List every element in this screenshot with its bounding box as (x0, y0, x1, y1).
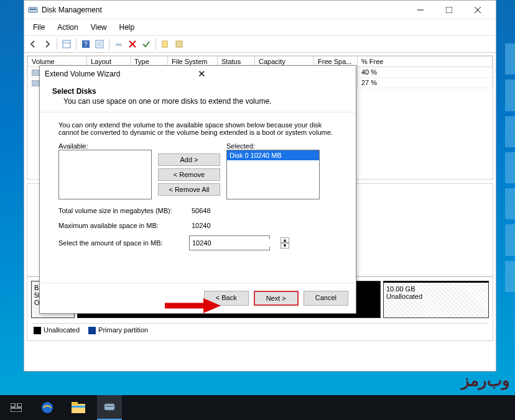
wizard-body: You can only extend the volume to the av… (40, 112, 356, 283)
delete-icon[interactable] (127, 39, 138, 50)
svg-rect-17 (32, 70, 39, 76)
cancel-button[interactable]: Cancel (304, 291, 348, 306)
extend-volume-wizard: Extend Volume Wizard ✕ Select Disks You … (39, 65, 356, 314)
svg-rect-26 (72, 402, 78, 405)
new-icon[interactable] (160, 39, 171, 50)
annotation-arrow (165, 298, 221, 311)
unallocated-partition[interactable]: 10.00 GB Unallocated (383, 281, 489, 318)
svg-rect-27 (72, 406, 85, 408)
svg-text:?: ? (84, 41, 88, 48)
menu-help[interactable]: Help (114, 22, 140, 33)
details-icon[interactable] (61, 39, 72, 50)
max-value: 10240 (189, 221, 270, 231)
wizard-header: Select Disks You can use space on one or… (40, 82, 356, 112)
svg-rect-1 (30, 9, 36, 10)
available-listbox[interactable] (58, 150, 152, 199)
wizard-titlebar: Extend Volume Wizard ✕ (40, 66, 356, 82)
spin-down-icon[interactable]: ▼ (281, 243, 289, 249)
props-icon[interactable] (174, 39, 185, 50)
svg-rect-11 (97, 42, 102, 47)
toolbar: ? (24, 36, 496, 53)
svg-rect-23 (11, 408, 22, 412)
selected-listbox[interactable]: Disk 0 10240 MB (226, 150, 320, 199)
amount-label: Select the amount of space in MB: (58, 239, 189, 247)
menu-file[interactable]: File (28, 22, 50, 33)
selected-item[interactable]: Disk 0 10240 MB (227, 150, 319, 160)
amount-input[interactable] (192, 239, 278, 247)
svg-rect-21 (11, 403, 15, 407)
svg-rect-18 (32, 80, 39, 86)
remove-all-button[interactable]: < Remove All (158, 183, 220, 196)
svg-rect-22 (17, 403, 22, 407)
menubar: File Action View Help (24, 19, 496, 36)
max-label: Maximum available space in MB: (58, 222, 189, 229)
close-button[interactable] (463, 1, 492, 19)
available-label: Available: (58, 142, 152, 150)
refresh-icon[interactable] (94, 39, 105, 50)
app-icon (28, 5, 38, 15)
window-title: Disk Management (42, 6, 406, 14)
svg-rect-12 (116, 43, 122, 46)
action-icon[interactable] (113, 39, 124, 50)
svg-marker-20 (203, 298, 221, 313)
back-icon[interactable] (28, 39, 39, 50)
svg-rect-16 (176, 41, 182, 47)
minimize-button[interactable] (406, 1, 435, 19)
watermark: وب‌رمز (462, 371, 510, 390)
svg-rect-3 (446, 7, 452, 13)
diskmgmt-taskbar-icon[interactable] (97, 395, 122, 420)
menu-action[interactable]: Action (52, 22, 83, 33)
menu-view[interactable]: View (86, 22, 112, 33)
total-value: 50648 (189, 206, 270, 216)
maximize-button[interactable] (435, 1, 463, 19)
ie-icon[interactable] (35, 395, 60, 420)
amount-spinner[interactable]: ▲ ▼ (189, 235, 270, 250)
add-button[interactable]: Add > (158, 153, 220, 166)
wizard-title: Extend Volume Wizard (45, 70, 194, 78)
remove-button[interactable]: < Remove (158, 168, 220, 181)
svg-rect-6 (63, 40, 70, 48)
svg-point-24 (42, 402, 53, 413)
svg-rect-29 (106, 406, 113, 407)
spin-up-icon[interactable]: ▲ (281, 237, 289, 243)
task-view-icon[interactable] (4, 395, 29, 420)
next-button[interactable]: Next > (254, 291, 299, 306)
explorer-icon[interactable] (66, 395, 91, 420)
check-icon[interactable] (141, 39, 152, 50)
legend: Unallocated Primary partition (31, 323, 489, 337)
wizard-close-button[interactable]: ✕ (194, 68, 351, 80)
forward-icon[interactable] (42, 39, 53, 50)
help-icon[interactable]: ? (80, 39, 91, 50)
selected-label: Selected: (226, 142, 320, 150)
titlebar: Disk Management (24, 1, 496, 19)
desktop-tiles (505, 43, 515, 292)
taskbar (0, 395, 515, 420)
total-label: Total volume size in megabytes (MB): (58, 207, 189, 214)
svg-rect-25 (72, 404, 85, 413)
col-pct[interactable]: % Free (358, 57, 493, 67)
svg-rect-15 (162, 41, 167, 47)
